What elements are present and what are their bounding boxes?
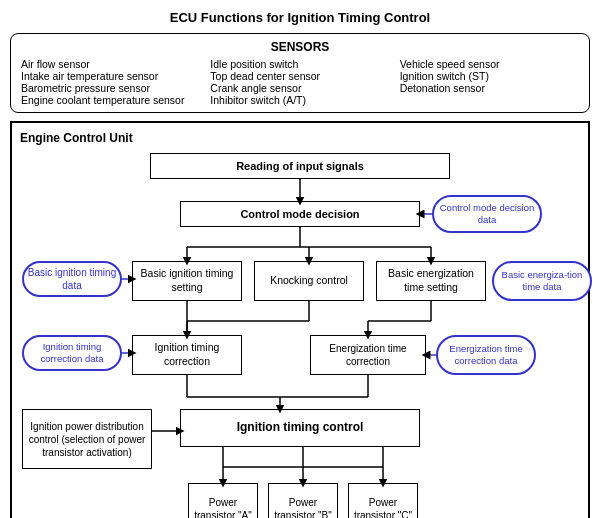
timing-correction-block: Ignition timing correction: [132, 335, 242, 375]
ecu-diagram: Reading of input signals Control mode de…: [20, 153, 580, 518]
sensors-col2: Idle position switch Top dead center sen…: [210, 58, 389, 106]
control-mode-block: Control mode decision: [180, 201, 420, 227]
sensors-box: SENSORS Air flow sensor Intake air tempe…: [10, 33, 590, 113]
transistor-b-block: Power transistor "B": [268, 483, 338, 518]
basic-timing-data-oval: Basic ignition timing data: [22, 261, 122, 297]
basic-timing-block: Basic ignition timing setting: [132, 261, 242, 301]
sensors-col1: Air flow sensor Intake air temperature s…: [21, 58, 200, 106]
transistor-c-block: Power transistor "C": [348, 483, 418, 518]
ecu-label: Engine Control Unit: [20, 131, 580, 145]
energization-correction-data-oval: Energization time correction data: [436, 335, 536, 375]
transistor-a-block: Power transistor "A": [188, 483, 258, 518]
timing-control-block: Ignition timing control: [180, 409, 420, 447]
control-mode-data-oval: Control mode decision data: [432, 195, 542, 233]
basic-energization-data-oval: Basic energiza-tion time data: [492, 261, 592, 301]
power-dist-block: Ignition power distribution control (sel…: [22, 409, 152, 469]
energization-correction-block: Energization time correction: [310, 335, 426, 375]
reading-block: Reading of input signals: [150, 153, 450, 179]
basic-energization-block: Basic energization time setting: [376, 261, 486, 301]
ecu-box: Engine Control Unit Reading of input sig…: [10, 121, 590, 518]
sensors-col3: Vehicle speed sensor Ignition switch (ST…: [400, 58, 579, 106]
sensors-title: SENSORS: [21, 40, 579, 54]
page-title: ECU Functions for Ignition Timing Contro…: [10, 10, 590, 25]
knocking-block: Knocking control: [254, 261, 364, 301]
sensors-grid: Air flow sensor Intake air temperature s…: [21, 58, 579, 106]
timing-correction-data-oval: Ignition timing correction data: [22, 335, 122, 371]
